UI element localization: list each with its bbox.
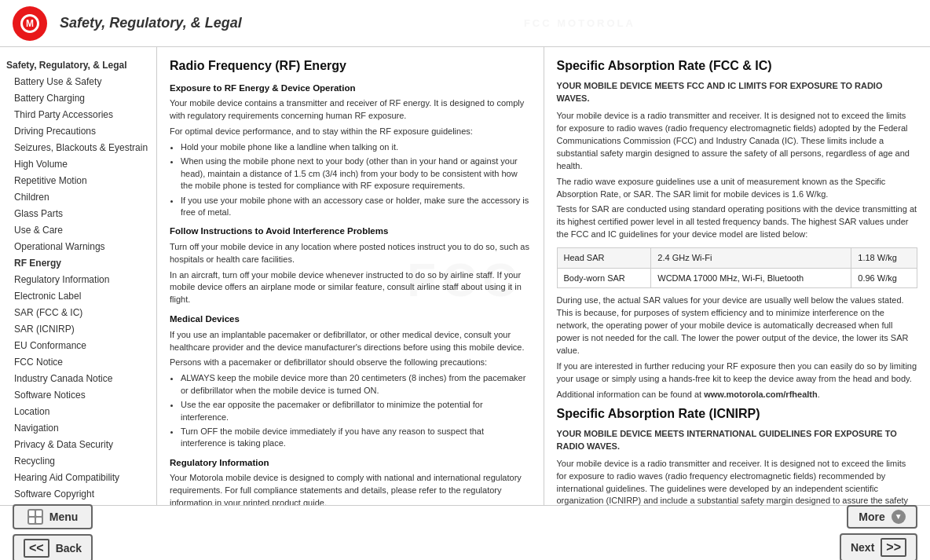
sidebar-item-hearing-aid[interactable]: Hearing Aid Compatibility	[3, 469, 153, 485]
sar-body-col1: Body-worn SAR	[557, 268, 651, 288]
more-icon: ▼	[892, 510, 906, 524]
sar-fcc-link[interactable]: www.motorola.com/rfhealth	[704, 390, 817, 399]
exposure-bullet-1: Hold your mobile phone like a landline w…	[181, 141, 531, 153]
next-label: Next	[851, 541, 874, 554]
header: M Safety, Regulatory, & Legal FCC MOTORO…	[0, 0, 930, 47]
content-area: Radio Frequency (RF) Energy Exposure to …	[157, 47, 930, 505]
sidebar-item-sar-icnirp[interactable]: SAR (ICNIRP)	[3, 320, 153, 337]
exposure-bullet-2: When using the mobile phone next to your…	[181, 156, 531, 192]
sidebar-item-third-party[interactable]: Third Party Accessories	[3, 106, 153, 123]
sidebar-item-safety-regulatory[interactable]: Safety, Regulatory, & Legal	[3, 57, 153, 73]
sar-fcc-body5: If you are interested in further reducin…	[557, 361, 918, 386]
back-icon: <<	[24, 539, 49, 558]
sidebar-item-software-notices[interactable]: Software Notices	[3, 386, 153, 403]
sar-head-col3: 1.18 W/kg	[851, 248, 917, 269]
sar-head-col1: Head SAR	[557, 248, 651, 269]
sar-fcc-body2: The radio wave exposure guidelines use a…	[557, 176, 918, 201]
exposure-bullet-3: If you use your mobile phone with an acc…	[181, 195, 531, 219]
menu-icon	[27, 509, 43, 525]
sidebar-item-repetitive-motion[interactable]: Repetitive Motion	[3, 172, 153, 188]
medical-body1: If you use an implantable pacemaker or d…	[170, 329, 531, 354]
page-title: Safety, Regulatory, & Legal	[60, 15, 242, 31]
sidebar-item-recycling[interactable]: Recycling	[3, 452, 153, 469]
interference-body2: In an aircraft, turn off your mobile dev…	[170, 269, 531, 307]
sar-fcc-body6-text: Additional information can be found at	[557, 390, 705, 399]
sidebar-item-driving[interactable]: Driving Precautions	[3, 123, 153, 139]
next-button[interactable]: Next >>	[840, 533, 917, 561]
bottom-bar: Menu << Back More ▼ Next >>	[0, 505, 930, 560]
sar-icnirp-subtitle: YOUR MOBILE DEVICE MEETS INTERNATIONAL G…	[557, 428, 918, 453]
menu-button[interactable]: Menu	[13, 504, 93, 529]
interference-title: Follow Instructions to Avoid Interferenc…	[170, 225, 531, 238]
sar-fcc-body6: Additional information can be found at w…	[557, 389, 918, 401]
svg-text:M: M	[26, 17, 34, 28]
sidebar-item-electronic-label[interactable]: Electronic Label	[3, 287, 153, 304]
next-icon: >>	[881, 538, 906, 557]
medical-body2: Persons with a pacemaker or defibrillato…	[170, 357, 531, 369]
back-label: Back	[56, 542, 82, 555]
menu-label: Menu	[49, 511, 79, 523]
motorola-logo: M	[13, 6, 47, 41]
sar-fcc-subtitle: YOUR MOBILE DEVICE MEETS FCC AND IC LIMI…	[557, 80, 918, 105]
sar-row-head: Head SAR 2.4 GHz Wi-Fi 1.18 W/kg	[557, 248, 917, 269]
regulatory-info-body: Your Motorola mobile device is designed …	[170, 472, 531, 505]
sidebar-item-battery-charging[interactable]: Battery Charging	[3, 90, 153, 106]
sar-head-col2: 2.4 GHz Wi-Fi	[651, 248, 851, 269]
sidebar: Safety, Regulatory, & Legal Battery Use …	[0, 47, 157, 505]
sidebar-item-seizures[interactable]: Seizures, Blackouts & Eyestrain	[3, 139, 153, 156]
sidebar-item-industry-canada[interactable]: Industry Canada Notice	[3, 370, 153, 386]
sar-fcc-body4: During use, the actual SAR values for yo…	[557, 295, 918, 357]
rf-energy-title: Radio Frequency (RF) Energy	[170, 57, 531, 75]
sidebar-item-fcc-notice[interactable]: FCC Notice	[3, 353, 153, 370]
sidebar-item-sar-fcc[interactable]: SAR (FCC & IC)	[3, 304, 153, 320]
sidebar-item-rf-energy[interactable]: RF Energy	[3, 254, 153, 271]
sar-table: Head SAR 2.4 GHz Wi-Fi 1.18 W/kg Body-wo…	[557, 247, 918, 288]
sidebar-item-location[interactable]: Location	[3, 403, 153, 419]
sidebar-item-regulatory-info[interactable]: Regulatory Information	[3, 271, 153, 287]
bottom-left-buttons: Menu << Back	[13, 504, 93, 561]
back-button[interactable]: << Back	[13, 534, 93, 561]
medical-title: Medical Devices	[170, 313, 531, 326]
sidebar-item-battery-use[interactable]: Battery Use & Safety	[3, 73, 153, 90]
sidebar-item-children[interactable]: Children	[3, 188, 153, 205]
sidebar-item-software-copyright[interactable]: Software Copyright	[3, 485, 153, 502]
exposure-body2: For optimal device performance, and to s…	[170, 126, 531, 138]
sar-fcc-body3: Tests for SAR are conducted using standa…	[557, 203, 918, 241]
exposure-title: Exposure to RF Energy & Device Operation	[170, 82, 531, 95]
sar-row-body: Body-worn SAR WCDMA 17000 MHz, Wi-Fi, Bl…	[557, 268, 917, 288]
medical-bullet-2: Use the ear opposite the pacemaker or de…	[181, 399, 531, 423]
sidebar-item-privacy[interactable]: Privacy & Data Security	[3, 436, 153, 452]
left-panel: Radio Frequency (RF) Energy Exposure to …	[157, 47, 544, 505]
sar-icnirp-body1: Your mobile device is a radio transmitte…	[557, 458, 918, 505]
sidebar-item-use-care[interactable]: Use & Care	[3, 221, 153, 238]
medical-bullet-3: Turn OFF the mobile device immediately i…	[181, 426, 531, 450]
sidebar-item-navigation[interactable]: Navigation	[3, 419, 153, 436]
exposure-body1: Your mobile device contains a transmitte…	[170, 97, 531, 123]
exposure-bullets: Hold your mobile phone like a landline w…	[170, 141, 531, 218]
sar-fcc-body6-end: .	[818, 390, 820, 399]
sar-body-col2: WCDMA 17000 MHz, Wi-Fi, Bluetooth	[651, 268, 851, 288]
bottom-right-buttons: More ▼ Next >>	[840, 505, 917, 561]
more-label: More	[859, 511, 884, 523]
sidebar-item-operational-warnings[interactable]: Operational Warnings	[3, 238, 153, 254]
medical-bullet-1: ALWAYS keep the mobile device more than …	[181, 372, 531, 397]
sar-icnirp-title: Specific Absorption Rate (ICNIRP)	[557, 404, 918, 423]
right-panel: Specific Absorption Rate (FCC & IC) YOUR…	[544, 47, 931, 505]
sar-fcc-title: Specific Absorption Rate (FCC & IC)	[557, 57, 918, 75]
sidebar-item-eu-conformance[interactable]: EU Conformance	[3, 337, 153, 353]
interference-body1: Turn off your mobile device in any locat…	[170, 241, 531, 266]
sar-body-col3: 0.96 W/kg	[851, 268, 917, 288]
main-container: Safety, Regulatory, & Legal Battery Use …	[0, 47, 930, 505]
medical-bullets: ALWAYS keep the mobile device more than …	[170, 372, 531, 449]
menu-icon-grid	[29, 511, 42, 523]
sar-fcc-body1: Your mobile device is a radio transmitte…	[557, 110, 918, 173]
sidebar-item-glass-parts[interactable]: Glass Parts	[3, 205, 153, 221]
more-button[interactable]: More ▼	[847, 505, 917, 529]
sidebar-item-high-volume[interactable]: High Volume	[3, 156, 153, 172]
regulatory-info-title: Regulatory Information	[170, 456, 531, 470]
fcc-watermark-header: FCC MOTOROLA	[242, 17, 917, 29]
